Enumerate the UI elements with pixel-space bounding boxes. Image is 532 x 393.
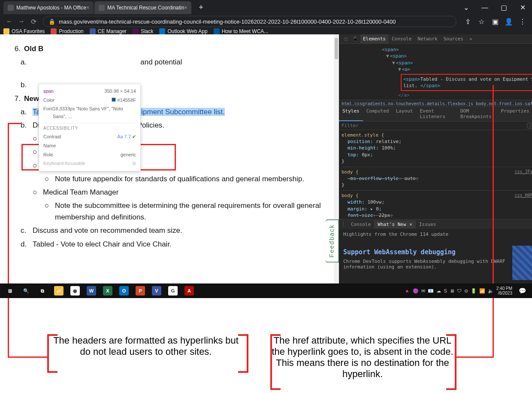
inspect-icon[interactable]: ⬚ bbox=[342, 36, 350, 42]
tab-overflow[interactable]: » bbox=[467, 34, 475, 43]
bookmark-item[interactable]: CE Manager bbox=[90, 28, 127, 34]
list-number: 6. bbox=[9, 43, 21, 55]
tab-title: Matthew Apostolos - MA Office bbox=[16, 5, 86, 11]
taskbar-app-explorer[interactable]: 📁 bbox=[51, 285, 66, 297]
tray-icon[interactable]: ☁ bbox=[436, 288, 441, 294]
whatsnew-title: Support WebAssembly debugging bbox=[343, 248, 508, 256]
bookmark-item[interactable]: Slack bbox=[133, 28, 153, 34]
tab-event-listeners[interactable]: Event Listeners bbox=[416, 107, 457, 121]
back-button[interactable]: ← bbox=[3, 15, 15, 27]
maximize-button[interactable]: ▢ bbox=[494, 1, 513, 14]
main-area: span350.98 × 54.14 Color#14558F Font18.3… bbox=[0, 34, 532, 283]
address-bar: ← → ⟳ 🔒 mass.gov/event/ma-technical-resc… bbox=[0, 15, 532, 28]
page-content: span350.98 × 54.14 Color#14558F Font18.3… bbox=[0, 34, 339, 283]
tray-icon[interactable]: 🖥 bbox=[450, 288, 454, 293]
whatsnew-heading: Highlights from the Chrome 114 update bbox=[339, 229, 532, 240]
extensions-icon[interactable]: ▣ bbox=[489, 18, 501, 26]
tab-elements[interactable]: Elements bbox=[360, 34, 388, 43]
tab-console[interactable]: Console bbox=[389, 34, 414, 43]
taskbar-app-start[interactable]: ⊞ bbox=[3, 285, 17, 297]
tab-dom-breakpoints[interactable]: DOM Breakpoints bbox=[457, 107, 498, 121]
minimize-button[interactable]: ⌄ bbox=[456, 1, 475, 14]
new-tab-button[interactable]: + bbox=[196, 3, 206, 13]
taskbar-app-powerpoint[interactable]: P bbox=[133, 285, 148, 297]
annotation-connector bbox=[8, 123, 21, 124]
css-rules[interactable]: element.style { position: relative; min-… bbox=[339, 130, 532, 219]
tab-favicon bbox=[8, 5, 14, 11]
windows-taskbar: ⊞🔍⧉📁◉WXOPVGA 🔺🟣✉📧☁S🖥🛡⊝🔋📶🔈 2:40 PM /8/202… bbox=[0, 283, 532, 298]
tab-title: MA Technical Rescue Coordinatin bbox=[107, 5, 184, 11]
drawer-menu-icon[interactable]: ⋮ bbox=[339, 222, 348, 227]
tab-network[interactable]: Network bbox=[415, 34, 440, 43]
drawer-tab-whatsnew[interactable]: What's New × bbox=[374, 220, 415, 228]
annotation-connector bbox=[8, 123, 9, 357]
browser-tab-0[interactable]: Matthew Apostolos - MA Office × bbox=[3, 1, 94, 14]
tray-icon[interactable]: 🔋 bbox=[471, 288, 477, 294]
tab-sources[interactable]: Sources bbox=[441, 34, 466, 43]
feedback-button[interactable]: Feedback bbox=[325, 219, 339, 262]
drawer-tab-issues[interactable]: Issues bbox=[416, 220, 440, 228]
minimize-button[interactable]: — bbox=[475, 1, 494, 14]
taskbar-app-search[interactable]: 🔍 bbox=[19, 285, 33, 297]
hov-toggle[interactable]: :hov bbox=[527, 123, 532, 128]
url-text: mass.gov/event/ma-technical-rescue-coord… bbox=[59, 18, 396, 25]
annotation-box-right: <span>Tabled - Discuss and vote on Equip… bbox=[401, 74, 532, 91]
whatsnew-thumbnail[interactable]: ▶ bbox=[512, 246, 532, 280]
notifications-icon[interactable]: 💬 bbox=[515, 285, 529, 297]
styles-tabs: Styles Computed Layout Event Listeners D… bbox=[339, 107, 532, 122]
tray-icon[interactable]: 🔺 bbox=[404, 288, 410, 294]
tray-icon[interactable]: 📧 bbox=[428, 288, 434, 294]
forward-button[interactable]: → bbox=[15, 15, 27, 27]
menu-icon[interactable]: ⋮ bbox=[517, 18, 529, 26]
tab-properties[interactable]: Properties bbox=[498, 107, 532, 121]
taskbar-app-excel[interactable]: X bbox=[100, 285, 115, 297]
list-number: 7. bbox=[9, 93, 21, 104]
taskbar-app-adobe[interactable]: A bbox=[182, 285, 196, 297]
profile-icon[interactable]: 👤 bbox=[503, 18, 515, 26]
annotation-text-right: The href attribute, which specifies the … bbox=[270, 335, 455, 380]
taskbar-app-visio[interactable]: V bbox=[149, 285, 164, 297]
device-icon[interactable]: 📱 bbox=[351, 36, 360, 42]
breadcrumb[interactable]: html.cssgradients.no-touchevents.details… bbox=[339, 100, 532, 107]
taskbar-clock[interactable]: 2:40 PM /8/2023 bbox=[494, 286, 515, 296]
tray-icon[interactable]: 🛡 bbox=[457, 288, 462, 293]
close-icon[interactable]: × bbox=[184, 5, 187, 11]
devtools-panel: ⬚ 📱 Elements Console Network Sources » ⚑… bbox=[339, 34, 532, 283]
tab-layout[interactable]: Layout bbox=[393, 107, 417, 121]
tray-icon[interactable]: ✉ bbox=[421, 288, 425, 294]
taskbar-app-outlook[interactable]: O bbox=[117, 285, 131, 297]
browser-chrome: Matthew Apostolos - MA Office × MA Techn… bbox=[0, 0, 532, 34]
taskbar-app-word[interactable]: W bbox=[84, 285, 99, 297]
scrollbar-thumb[interactable] bbox=[335, 38, 338, 59]
devtools-toolbar: ⬚ 📱 Elements Console Network Sources » ⚑… bbox=[339, 34, 532, 44]
bookmark-item[interactable]: OSA Favorites bbox=[3, 28, 45, 34]
star-icon[interactable]: ☆ bbox=[475, 18, 487, 26]
tray-icon[interactable]: 🔈 bbox=[488, 288, 494, 294]
bookmark-item[interactable]: How to Meet WCA... bbox=[214, 28, 269, 34]
taskbar-app-app-g[interactable]: G bbox=[166, 285, 180, 297]
reload-button[interactable]: ⟳ bbox=[27, 15, 39, 27]
tab-computed[interactable]: Computed bbox=[363, 107, 393, 121]
tray-icon[interactable]: 📶 bbox=[479, 288, 485, 294]
tray-icon[interactable]: 🟣 bbox=[413, 288, 419, 294]
tray-icon[interactable]: S bbox=[444, 288, 447, 293]
taskbar-app-task-view[interactable]: ⧉ bbox=[35, 285, 50, 297]
console-drawer: ⋮ Console What's New × Issues ✕ Highligh… bbox=[339, 219, 532, 283]
url-field[interactable]: 🔒 mass.gov/event/ma-technical-rescue-coo… bbox=[43, 16, 456, 27]
dom-tree[interactable]: <span> ▼<span> ▼<span> ▼<a> <span>Tabled… bbox=[339, 44, 532, 100]
tray-icon[interactable]: ⊝ bbox=[464, 288, 468, 294]
annotation-connector bbox=[455, 356, 493, 358]
tab-styles[interactable]: Styles bbox=[339, 107, 363, 121]
element-inspector-tooltip: span350.98 × 54.14 Color#14558F Font18.3… bbox=[39, 84, 141, 171]
filter-input[interactable] bbox=[339, 122, 527, 130]
share-icon[interactable]: ⇪ bbox=[462, 18, 474, 26]
bookmark-item[interactable]: Production bbox=[51, 28, 83, 34]
close-icon[interactable]: × bbox=[86, 5, 89, 11]
tooltip-dims: 350.98 × 54.14 bbox=[104, 88, 136, 95]
styles-filter-row: :hov .cls + ⋯ bbox=[339, 122, 532, 130]
taskbar-app-chrome[interactable]: ◉ bbox=[68, 285, 82, 297]
drawer-tab-console[interactable]: Console bbox=[348, 220, 374, 228]
close-button[interactable]: ✕ bbox=[513, 1, 532, 14]
browser-tab-1[interactable]: MA Technical Rescue Coordinatin × bbox=[94, 1, 191, 14]
bookmark-item[interactable]: Outlook Web App bbox=[159, 28, 207, 34]
